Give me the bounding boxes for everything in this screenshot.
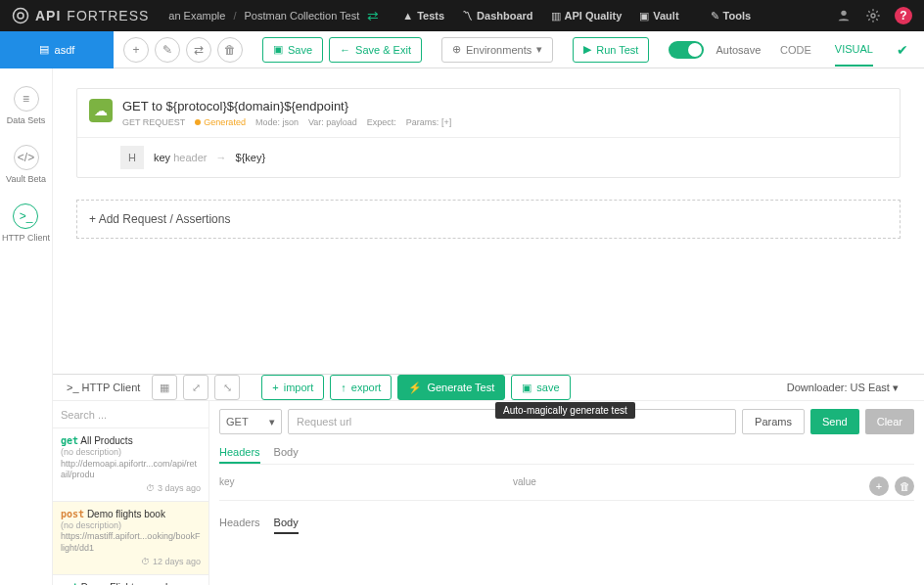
- history-panel: Search ... get All Products (no descript…: [53, 401, 209, 585]
- nav-quality[interactable]: ▥ API Quality: [551, 10, 623, 22]
- sync-icon[interactable]: ⇄: [367, 8, 379, 23]
- logo[interactable]: APIFORTRESS: [12, 7, 149, 24]
- col-key: key: [219, 476, 513, 496]
- svg-point-0: [14, 9, 28, 23]
- history-item[interactable]: get Demo Flights search (no description)…: [53, 575, 208, 586]
- rail-datasets[interactable]: ≡Data Sets: [7, 86, 46, 125]
- logo-icon: [12, 7, 29, 24]
- header-badge: H: [120, 146, 144, 169]
- tab-body[interactable]: Body: [274, 442, 299, 464]
- top-nav: ▲ Tests 〽 Dashboard ▥ API Quality ▣ Vaul…: [402, 10, 751, 22]
- autosave-label: Autosave: [716, 44, 761, 56]
- crumb-sep: /: [233, 10, 236, 22]
- run-test-button[interactable]: ▶ Run Test: [573, 37, 649, 63]
- request-card[interactable]: ☁ GET to ${protocol}${domain}${endpoint}…: [76, 88, 901, 178]
- validate-icon[interactable]: ✔: [897, 42, 908, 58]
- crumb-project[interactable]: an Example: [168, 10, 225, 22]
- layout-button[interactable]: ▦: [152, 375, 177, 400]
- brand-bold: API: [35, 8, 61, 23]
- brand-thin: FORTRESS: [67, 8, 149, 23]
- file-tab[interactable]: ▤ asdf: [0, 31, 114, 68]
- col-value: value: [513, 476, 536, 496]
- send-button[interactable]: Send: [810, 409, 859, 434]
- generate-test-button[interactable]: ⚡ Generate Test: [397, 375, 505, 400]
- nav-vault[interactable]: ▣ Vault: [639, 10, 678, 22]
- delete-row-button[interactable]: 🗑: [895, 476, 914, 496]
- request-meta: GET REQUEST Generated Mode: json Var: pa…: [122, 117, 451, 127]
- http-client-title: >_ HTTP Client: [61, 382, 146, 393]
- help-icon[interactable]: ?: [895, 7, 912, 24]
- editor-area: ☁ GET to ${protocol}${domain}${endpoint}…: [53, 68, 924, 374]
- breadcrumb: an Example / Postman Collection Test ⇄: [168, 8, 379, 23]
- add-request-button[interactable]: + Add Request / Assertions: [76, 200, 901, 239]
- response-tabs: Headers Body: [219, 513, 914, 534]
- toolbar: ▤ asdf + ✎ ⇄ 🗑 ▣ Save ← Save & Exit ⊕ En…: [0, 31, 924, 68]
- tab-headers[interactable]: Headers: [219, 442, 260, 464]
- rail-http-client[interactable]: >_HTTP Client: [2, 203, 50, 243]
- save-http-button[interactable]: ▣ save: [511, 375, 570, 400]
- environments-button[interactable]: ⊕ Environments ▾: [441, 37, 553, 63]
- user-icon[interactable]: [836, 8, 852, 23]
- params-button[interactable]: Params: [742, 409, 805, 434]
- svg-point-1: [18, 13, 23, 19]
- nav-tests[interactable]: ▲ Tests: [402, 10, 444, 22]
- save-exit-button[interactable]: ← Save & Exit: [329, 37, 422, 63]
- crumb-test[interactable]: Postman Collection Test: [244, 10, 359, 22]
- svg-point-2: [841, 11, 846, 16]
- add-button[interactable]: +: [123, 37, 149, 63]
- history-item[interactable]: post Demo flights book (no description) …: [53, 502, 208, 575]
- autosave-toggle[interactable]: [669, 41, 704, 59]
- nav-dashboard[interactable]: 〽 Dashboard: [462, 10, 532, 22]
- request-title: GET to ${protocol}${domain}${endpoint}: [122, 99, 451, 113]
- edit-button[interactable]: ✎: [155, 37, 180, 63]
- left-rail: ≡Data Sets </>Vault Beta >_HTTP Client: [0, 68, 53, 585]
- export-button[interactable]: ↑ export: [330, 375, 392, 400]
- downloader-select[interactable]: Downloader: US East ▾: [787, 382, 916, 394]
- delete-button[interactable]: 🗑: [217, 37, 243, 63]
- method-select[interactable]: GET▾: [219, 409, 282, 434]
- header-row[interactable]: H key header → ${key}: [77, 138, 900, 177]
- view-code-tab[interactable]: CODE: [780, 44, 811, 56]
- gear-icon[interactable]: [865, 8, 881, 23]
- nav-tools[interactable]: ✎ Tools: [711, 10, 752, 22]
- topbar: APIFORTRESS an Example / Postman Collect…: [0, 0, 924, 31]
- history-search[interactable]: Search ...: [53, 401, 208, 428]
- history-item[interactable]: get All Products (no description) http:/…: [53, 428, 208, 502]
- swap-button[interactable]: ⇄: [186, 37, 211, 63]
- view-visual-tab[interactable]: VISUAL: [835, 43, 873, 67]
- resp-tab-headers[interactable]: Headers: [219, 513, 260, 534]
- expand-button[interactable]: ⤢: [183, 375, 208, 400]
- cloud-icon: ☁: [89, 99, 113, 122]
- collapse-button[interactable]: ⤡: [214, 375, 240, 400]
- rail-vault[interactable]: </>Vault Beta: [6, 145, 46, 184]
- save-button[interactable]: ▣ Save: [262, 37, 323, 63]
- clear-button[interactable]: Clear: [865, 409, 914, 434]
- import-button[interactable]: + import: [261, 375, 324, 400]
- svg-point-3: [871, 14, 875, 18]
- generate-tooltip: Auto-magically generate test: [495, 402, 635, 419]
- add-row-button[interactable]: +: [869, 476, 889, 496]
- request-builder: GET▾ Request url Params Send Clear Heade…: [209, 401, 924, 585]
- request-tabs: Headers Body: [219, 442, 914, 465]
- resp-tab-body[interactable]: Body: [274, 513, 299, 534]
- http-client-panel: >_ HTTP Client ▦ ⤢ ⤡ + import ↑ export ⚡…: [53, 374, 924, 585]
